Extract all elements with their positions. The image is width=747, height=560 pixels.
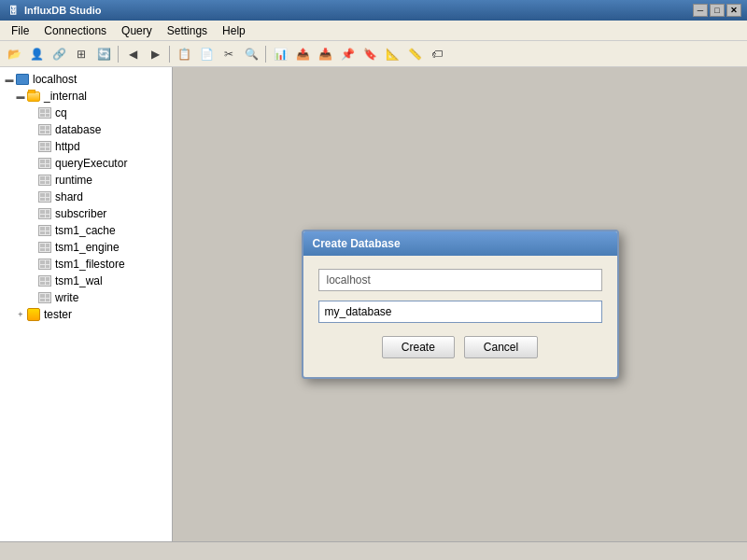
toolbar-user-btn[interactable]: 👤 <box>26 44 47 64</box>
toolbar-sep-1 <box>118 46 119 63</box>
tree-item-internal[interactable]: ▬ _internal <box>0 88 172 105</box>
toolbar-forward-btn[interactable]: ▶ <box>145 44 165 64</box>
main-content: ▬ localhost ▬ _internal cq <box>0 67 747 541</box>
tree-label-httpd: httpd <box>55 140 80 153</box>
folder-icon-internal <box>26 89 41 104</box>
table-icon-cq <box>37 105 52 120</box>
toolbar-tag-btn[interactable]: 🏷 <box>427 44 447 64</box>
toolbar-export-btn[interactable]: 📤 <box>292 44 313 64</box>
tree-label-runtime: runtime <box>55 174 92 187</box>
title-bar: 🗄 InfluxDB Studio ─ □ ✕ <box>0 0 747 21</box>
toolbar-find-btn[interactable]: 🔍 <box>241 44 261 64</box>
table-icon-shard <box>37 189 52 204</box>
table-icon-tsm1cache <box>37 223 52 238</box>
modal-overlay: Create Database localhost Create Cancel <box>173 67 747 541</box>
tree-item-localhost[interactable]: ▬ localhost <box>0 71 172 88</box>
toolbar-bookmark-btn[interactable]: 🔖 <box>359 44 380 64</box>
tree-item-subscriber[interactable]: subscriber <box>0 205 172 222</box>
toolbar-copy-btn[interactable]: 📋 <box>174 44 194 64</box>
tree-label-database: database <box>55 123 101 136</box>
work-area: Create Database localhost Create Cancel <box>173 67 747 541</box>
tree-label-subscriber: subscriber <box>55 207 106 220</box>
tree-item-shard[interactable]: shard <box>0 189 172 205</box>
tree-label-queryexecutor: queryExecutor <box>55 157 127 170</box>
menu-bar: File Connections Query Settings Help <box>0 21 747 41</box>
tree-item-httpd[interactable]: httpd <box>0 138 172 155</box>
toolbar-ruler-btn[interactable]: 📏 <box>404 44 425 64</box>
dialog-buttons: Create Cancel <box>318 336 602 364</box>
table-icon-subscriber <box>37 206 52 221</box>
toolbar-refresh-btn[interactable]: 🔄 <box>93 44 114 64</box>
menu-settings[interactable]: Settings <box>160 22 215 39</box>
app-icon: 🗄 <box>6 3 21 18</box>
table-icon-runtime <box>37 173 52 188</box>
toggle-internal[interactable]: ▬ <box>15 91 26 102</box>
tree-label-tsm1wal: tsm1_wal <box>55 274 103 287</box>
dialog-title: Create Database <box>303 231 617 256</box>
tree-label-tsm1filestore: tsm1_filestore <box>55 258 125 271</box>
status-bar <box>0 541 747 560</box>
toolbar-open-btn[interactable]: 📂 <box>4 44 24 64</box>
minimize-button[interactable]: ─ <box>693 4 708 17</box>
table-icon-write <box>37 290 52 305</box>
toggle-localhost[interactable]: ▬ <box>4 74 15 85</box>
tree-item-write[interactable]: write <box>0 289 172 306</box>
toolbar-connect-btn[interactable]: 🔗 <box>49 44 69 64</box>
tree-item-cq[interactable]: cq <box>0 105 172 121</box>
dialog-body: localhost Create Cancel <box>303 256 617 377</box>
tree-label-tsm1engine: tsm1_engine <box>55 241 120 254</box>
table-icon-httpd <box>37 139 52 154</box>
toggle-spacer-cq <box>26 107 37 119</box>
table-icon-database <box>37 122 52 137</box>
toolbar-pin-btn[interactable]: 📌 <box>337 44 358 64</box>
tree-label-tsm1cache: tsm1_cache <box>55 224 116 237</box>
window-controls: ─ □ ✕ <box>693 4 741 17</box>
toggle-tester[interactable]: + <box>15 309 26 320</box>
tree-label-write: write <box>55 291 78 304</box>
tree-label-cq: cq <box>55 106 67 119</box>
tree-item-runtime[interactable]: runtime <box>0 172 172 189</box>
toolbar-sep-3 <box>265 46 266 63</box>
table-icon-queryexecutor <box>37 156 52 171</box>
table-icon-tsm1engine <box>37 240 52 255</box>
toolbar-paste-btn[interactable]: 📄 <box>196 44 217 64</box>
tree-label-internal: _internal <box>44 90 87 103</box>
toolbar-sep-2 <box>169 46 170 63</box>
tree-label-shard: shard <box>55 190 83 203</box>
server-label: localhost <box>318 269 602 291</box>
app-title: InfluxDB Studio <box>24 5 693 16</box>
menu-help[interactable]: Help <box>215 22 253 39</box>
toolbar-import-btn[interactable]: 📥 <box>315 44 335 64</box>
cancel-button[interactable]: Cancel <box>464 336 538 358</box>
menu-file[interactable]: File <box>4 22 36 39</box>
toolbar-chart-btn[interactable]: 📊 <box>270 44 290 64</box>
maximize-button[interactable]: □ <box>710 4 725 17</box>
tree-label-localhost: localhost <box>33 73 77 86</box>
database-name-input[interactable] <box>318 301 602 323</box>
tree-item-tsm1engine[interactable]: tsm1_engine <box>0 239 172 256</box>
server-icon <box>15 72 30 87</box>
tree-item-tester[interactable]: + tester <box>0 306 172 323</box>
toolbar-measure-btn[interactable]: 📐 <box>382 44 402 64</box>
tree-panel[interactable]: ▬ localhost ▬ _internal cq <box>0 67 173 541</box>
close-button[interactable]: ✕ <box>726 4 741 17</box>
tree-item-queryexecutor[interactable]: queryExecutor <box>0 155 172 172</box>
create-button[interactable]: Create <box>382 336 455 358</box>
toolbar-cut-btn[interactable]: ✂ <box>218 44 239 64</box>
table-icon-tsm1wal <box>37 273 52 288</box>
create-database-dialog: Create Database localhost Create Cancel <box>302 230 619 379</box>
tree-item-tsm1wal[interactable]: tsm1_wal <box>0 273 172 289</box>
db-icon-tester <box>26 307 41 322</box>
toolbar-back-btn[interactable]: ◀ <box>122 44 143 64</box>
tree-item-database[interactable]: database <box>0 121 172 138</box>
tree-item-tsm1filestore[interactable]: tsm1_filestore <box>0 256 172 273</box>
tree-label-tester: tester <box>44 308 72 321</box>
table-icon-tsm1filestore <box>37 257 52 272</box>
menu-query[interactable]: Query <box>114 22 160 39</box>
tree-item-tsm1cache[interactable]: tsm1_cache <box>0 222 172 239</box>
toolbar-grid-btn[interactable]: ⊞ <box>71 44 92 64</box>
menu-connections[interactable]: Connections <box>36 22 114 39</box>
toolbar: 📂 👤 🔗 ⊞ 🔄 ◀ ▶ 📋 📄 ✂ 🔍 📊 📤 📥 📌 🔖 📐 📏 🏷 <box>0 41 747 67</box>
